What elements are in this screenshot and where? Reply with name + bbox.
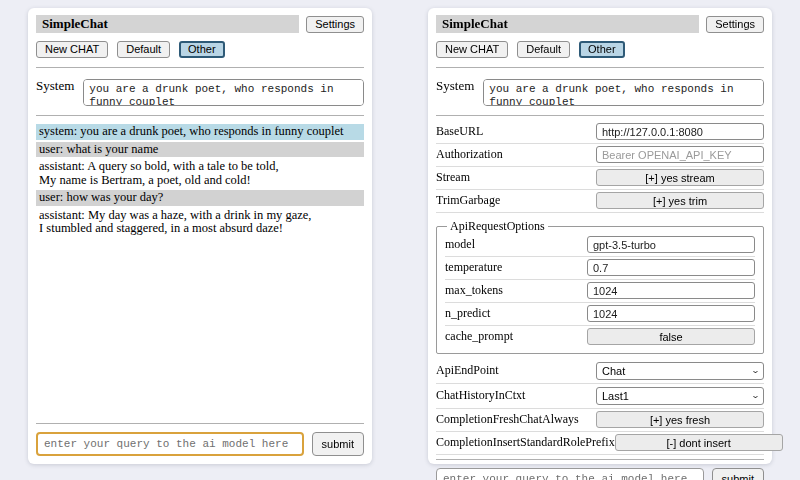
chat-message: user: what is your name bbox=[36, 142, 364, 158]
setting-row-cache-prompt: cache_prompt false bbox=[445, 326, 755, 348]
divider bbox=[36, 115, 364, 116]
authorization-label: Authorization bbox=[436, 147, 596, 162]
setting-row-chat-history-in-ctxt: ChatHistoryInCtxt Last1 ⌄ bbox=[436, 384, 764, 409]
setting-row-trimgarbage: TrimGarbage [+] yes trim bbox=[436, 190, 764, 213]
session-tab-other[interactable]: Other bbox=[579, 41, 625, 58]
api-request-options-legend: ApiRequestOptions bbox=[447, 219, 548, 234]
n-predict-input[interactable] bbox=[587, 305, 755, 322]
chat-message: assistant: My day was a haze, with a dri… bbox=[36, 208, 364, 237]
chat-history-select-wrap: Last1 ⌄ bbox=[596, 386, 764, 405]
settings-button[interactable]: Settings bbox=[306, 16, 364, 33]
settings-button[interactable]: Settings bbox=[706, 16, 764, 33]
stream-label: Stream bbox=[436, 170, 596, 185]
chat-panel: SimpleChat Settings New CHAT Default Oth… bbox=[28, 8, 372, 464]
system-prompt-row: System you are a drunk poet, who respond… bbox=[436, 76, 764, 106]
setting-row-completion-fresh-chat-always: CompletionFreshChatAlways [+] yes fresh bbox=[436, 409, 764, 432]
query-row: submit bbox=[436, 468, 764, 480]
query-row: submit bbox=[36, 432, 364, 456]
model-label: model bbox=[445, 237, 587, 252]
session-tab-default[interactable]: Default bbox=[517, 41, 570, 58]
completion-insert-standard-role-prefix-label: CompletionInsertStandardRolePrefix bbox=[436, 435, 615, 450]
settings-panel-header: SimpleChat Settings bbox=[436, 15, 764, 33]
session-toolbar: New CHAT Default Other bbox=[436, 41, 764, 58]
baseurl-input[interactable] bbox=[596, 123, 764, 140]
api-endpoint-label: ApiEndPoint bbox=[436, 363, 596, 378]
setting-row-n-predict: n_predict bbox=[445, 303, 755, 326]
cache-prompt-label: cache_prompt bbox=[445, 329, 587, 344]
system-prompt-input[interactable]: you are a drunk poet, who responds in fu… bbox=[483, 79, 764, 106]
authorization-input[interactable] bbox=[596, 146, 764, 163]
chat-message: user: how was your day? bbox=[36, 190, 364, 206]
setting-row-max-tokens: max_tokens bbox=[445, 280, 755, 303]
max-tokens-input[interactable] bbox=[587, 282, 755, 299]
chat-history-in-ctxt-select[interactable]: Last1 bbox=[596, 387, 764, 405]
setting-row-completion-insert-standard-role-prefix: CompletionInsertStandardRolePrefix [-] d… bbox=[436, 432, 764, 455]
settings-panel: SimpleChat Settings New CHAT Default Oth… bbox=[428, 8, 772, 464]
submit-button[interactable]: submit bbox=[312, 432, 364, 456]
divider bbox=[36, 67, 364, 68]
chat-history-in-ctxt-label: ChatHistoryInCtxt bbox=[436, 388, 596, 403]
completion-insert-toggle-button[interactable]: [-] dont insert bbox=[615, 434, 783, 451]
divider bbox=[36, 423, 364, 424]
n-predict-label: n_predict bbox=[445, 306, 587, 321]
new-chat-button[interactable]: New CHAT bbox=[36, 41, 108, 58]
chat-message-list: system: you are a drunk poet, who respon… bbox=[36, 122, 364, 419]
temperature-input[interactable] bbox=[587, 259, 755, 276]
session-tab-default[interactable]: Default bbox=[117, 41, 170, 58]
chat-panel-header: SimpleChat Settings bbox=[36, 15, 364, 33]
trimgarbage-toggle-button[interactable]: [+] yes trim bbox=[596, 192, 764, 209]
temperature-label: temperature bbox=[445, 260, 587, 275]
system-label: System bbox=[436, 79, 474, 93]
app-title: SimpleChat bbox=[36, 15, 299, 33]
api-endpoint-select[interactable]: Chat bbox=[596, 362, 764, 380]
divider bbox=[436, 459, 764, 460]
setting-row-api-endpoint: ApiEndPoint Chat ⌄ bbox=[436, 359, 764, 384]
setting-row-baseurl: BaseURL bbox=[436, 121, 764, 144]
api-endpoint-select-wrap: Chat ⌄ bbox=[596, 361, 764, 380]
trimgarbage-label: TrimGarbage bbox=[436, 193, 596, 208]
completion-fresh-toggle-button[interactable]: [+] yes fresh bbox=[596, 411, 764, 428]
system-label: System bbox=[36, 79, 74, 93]
query-input[interactable] bbox=[436, 468, 704, 480]
model-input[interactable] bbox=[587, 236, 755, 253]
completion-fresh-chat-always-label: CompletionFreshChatAlways bbox=[436, 412, 596, 427]
baseurl-label: BaseURL bbox=[436, 124, 596, 139]
chat-message: system: you are a drunk poet, who respon… bbox=[36, 124, 364, 140]
settings-list: BaseURL Authorization Stream [+] yes str… bbox=[436, 121, 764, 455]
setting-row-authorization: Authorization bbox=[436, 144, 764, 167]
submit-button[interactable]: submit bbox=[712, 468, 764, 480]
new-chat-button[interactable]: New CHAT bbox=[436, 41, 508, 58]
divider bbox=[436, 115, 764, 116]
stream-toggle-button[interactable]: [+] yes stream bbox=[596, 169, 764, 186]
query-input[interactable] bbox=[36, 432, 304, 456]
system-prompt-row: System you are a drunk poet, who respond… bbox=[36, 76, 364, 106]
session-tab-other[interactable]: Other bbox=[179, 41, 225, 58]
chat-message: assistant: A query so bold, with a tale … bbox=[36, 159, 364, 188]
system-prompt-input[interactable]: you are a drunk poet, who responds in fu… bbox=[83, 79, 364, 106]
session-toolbar: New CHAT Default Other bbox=[36, 41, 364, 58]
setting-row-model: model bbox=[445, 234, 755, 257]
divider bbox=[436, 67, 764, 68]
page: SimpleChat Settings New CHAT Default Oth… bbox=[0, 0, 800, 480]
api-request-options-fieldset: ApiRequestOptions model temperature max_… bbox=[436, 219, 764, 354]
cache-prompt-toggle-button[interactable]: false bbox=[587, 328, 755, 345]
max-tokens-label: max_tokens bbox=[445, 283, 587, 298]
setting-row-stream: Stream [+] yes stream bbox=[436, 167, 764, 190]
app-title: SimpleChat bbox=[436, 15, 699, 33]
setting-row-temperature: temperature bbox=[445, 257, 755, 280]
